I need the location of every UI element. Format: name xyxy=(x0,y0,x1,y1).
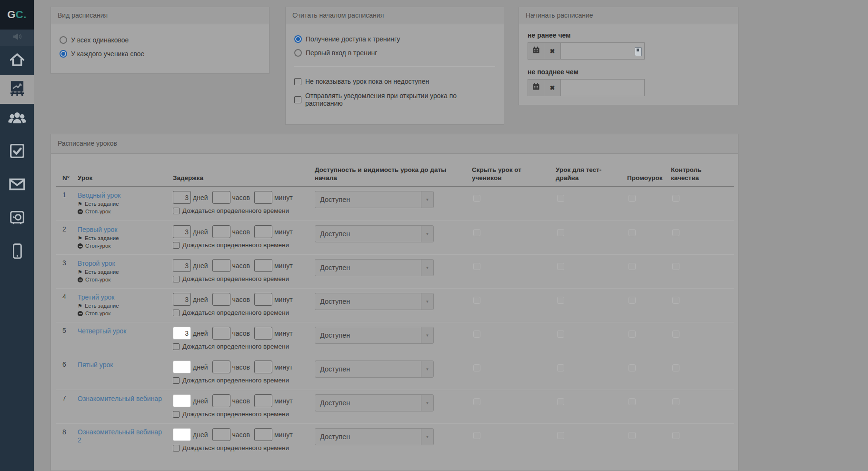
checkbox-hide-unavailable[interactable]: Не показывать урок пока он недоступен xyxy=(294,76,495,87)
delay-hours-input[interactable] xyxy=(212,293,230,306)
not-later-date-input[interactable] xyxy=(561,80,644,96)
delay-minutes-input[interactable] xyxy=(254,428,272,441)
availability-select[interactable]: Доступен ▼ xyxy=(315,259,434,276)
testdrive-checkbox[interactable] xyxy=(557,331,564,338)
delay-minutes-input[interactable] xyxy=(254,394,272,407)
wait-checkbox-line[interactable]: Дождаться определенного времени xyxy=(173,207,315,214)
promo-checkbox[interactable] xyxy=(629,297,636,304)
checkbox-icon[interactable] xyxy=(294,96,301,103)
delay-days-input[interactable] xyxy=(173,225,191,238)
quality-control-checkbox[interactable] xyxy=(672,229,679,236)
delay-days-input[interactable] xyxy=(173,327,191,340)
availability-select[interactable]: Доступен ▼ xyxy=(315,394,434,411)
quality-control-checkbox[interactable] xyxy=(672,398,679,405)
radio-option-access-received[interactable]: Получение доступа к тренингу xyxy=(294,33,495,45)
promo-checkbox[interactable] xyxy=(629,364,636,371)
lesson-link[interactable]: Третий урок xyxy=(78,293,114,301)
wait-checkbox-line[interactable]: Дождаться определенного времени xyxy=(173,309,315,316)
availability-select[interactable]: Доступен ▼ xyxy=(315,428,434,445)
promo-checkbox[interactable] xyxy=(629,398,636,405)
checkbox-icon[interactable] xyxy=(294,78,301,85)
availability-select[interactable]: Доступен ▼ xyxy=(315,225,434,242)
promo-checkbox[interactable] xyxy=(629,331,636,338)
delay-days-input[interactable] xyxy=(173,259,191,272)
delay-days-input[interactable] xyxy=(173,191,191,204)
testdrive-checkbox[interactable] xyxy=(557,364,564,371)
lesson-link[interactable]: Первый урок xyxy=(78,226,117,234)
lesson-link[interactable]: Четвертый урок xyxy=(78,327,126,335)
quality-control-checkbox[interactable] xyxy=(672,331,679,338)
delay-hours-input[interactable] xyxy=(212,259,230,272)
quality-control-checkbox[interactable] xyxy=(672,195,679,202)
delay-hours-input[interactable] xyxy=(212,428,230,441)
wait-checkbox-icon[interactable] xyxy=(173,208,180,214)
lesson-link[interactable]: Вводный урок xyxy=(78,191,120,200)
wait-checkbox-icon[interactable] xyxy=(173,377,180,384)
delay-minutes-input[interactable] xyxy=(254,225,272,238)
clear-date-button[interactable]: ✖ xyxy=(544,79,561,96)
lesson-link[interactable]: Пятый урок xyxy=(78,361,113,369)
wait-checkbox-icon[interactable] xyxy=(173,242,180,249)
delay-hours-input[interactable] xyxy=(212,361,230,373)
quality-control-checkbox[interactable] xyxy=(672,432,679,439)
hide-from-students-checkbox[interactable] xyxy=(473,432,480,439)
not-earlier-date-input[interactable] xyxy=(561,43,644,59)
sidebar-item-tasks[interactable] xyxy=(0,135,34,169)
hide-from-students-checkbox[interactable] xyxy=(473,229,480,236)
wait-checkbox-line[interactable]: Дождаться определенного времени xyxy=(173,411,315,418)
delay-hours-input[interactable] xyxy=(212,327,230,340)
promo-checkbox[interactable] xyxy=(629,229,636,236)
lesson-link[interactable]: Второй урок xyxy=(78,260,115,268)
testdrive-checkbox[interactable] xyxy=(557,398,564,405)
radio-icon[interactable] xyxy=(60,50,67,58)
delay-days-input[interactable] xyxy=(173,361,191,373)
quality-control-checkbox[interactable] xyxy=(672,364,679,371)
wait-checkbox-icon[interactable] xyxy=(173,411,180,418)
delay-hours-input[interactable] xyxy=(212,191,230,204)
delay-days-input[interactable] xyxy=(173,394,191,407)
delay-hours-input[interactable] xyxy=(212,225,230,238)
lesson-link[interactable]: Ознакомительный вебинар xyxy=(78,395,162,403)
calendar-button[interactable] xyxy=(528,79,544,96)
checkbox-send-notifications[interactable]: Отправлять уведомления при открытии урок… xyxy=(294,94,495,105)
delay-minutes-input[interactable] xyxy=(254,191,272,204)
radio-icon[interactable] xyxy=(60,36,67,44)
delay-minutes-input[interactable] xyxy=(254,327,272,340)
delay-days-input[interactable] xyxy=(173,293,191,306)
radio-icon[interactable] xyxy=(294,35,302,43)
testdrive-checkbox[interactable] xyxy=(557,229,564,236)
logo[interactable]: GC. xyxy=(0,0,34,30)
availability-select[interactable]: Доступен ▼ xyxy=(315,361,434,378)
wait-checkbox-icon[interactable] xyxy=(173,310,180,316)
availability-select[interactable]: Доступен ▼ xyxy=(315,327,434,344)
delay-days-input[interactable] xyxy=(173,428,191,441)
wait-checkbox-icon[interactable] xyxy=(173,276,180,282)
clear-date-button[interactable]: ✖ xyxy=(544,42,561,60)
hide-from-students-checkbox[interactable] xyxy=(473,195,480,202)
sidebar-item-announcements[interactable] xyxy=(0,30,34,46)
sidebar-item-home[interactable] xyxy=(0,46,34,75)
calendar-button[interactable] xyxy=(528,42,544,60)
promo-checkbox[interactable] xyxy=(629,263,636,270)
hide-from-students-checkbox[interactable] xyxy=(473,364,480,371)
hide-from-students-checkbox[interactable] xyxy=(473,398,480,405)
testdrive-checkbox[interactable] xyxy=(557,297,564,304)
wait-checkbox-line[interactable]: Дождаться определенного времени xyxy=(173,343,315,350)
sidebar-item-trainings[interactable] xyxy=(0,75,34,104)
testdrive-checkbox[interactable] xyxy=(557,432,564,439)
quality-control-checkbox[interactable] xyxy=(672,297,679,304)
hide-from-students-checkbox[interactable] xyxy=(473,331,480,338)
hide-from-students-checkbox[interactable] xyxy=(473,297,480,304)
availability-select[interactable]: Доступен ▼ xyxy=(315,191,434,208)
radio-option-same-for-all[interactable]: У всех одинаковое xyxy=(60,34,260,46)
radio-option-first-entry[interactable]: Первый вход в тренинг xyxy=(294,47,495,59)
wait-checkbox-icon[interactable] xyxy=(173,343,180,350)
wait-checkbox-line[interactable]: Дождаться определенного времени xyxy=(173,275,315,282)
testdrive-checkbox[interactable] xyxy=(557,263,564,270)
promo-checkbox[interactable] xyxy=(629,195,636,202)
wait-checkbox-line[interactable]: Дождаться определенного времени xyxy=(173,377,315,384)
sidebar-item-users[interactable] xyxy=(0,104,34,135)
testdrive-checkbox[interactable] xyxy=(557,195,564,202)
quality-control-checkbox[interactable] xyxy=(672,263,679,270)
delay-minutes-input[interactable] xyxy=(254,361,272,373)
